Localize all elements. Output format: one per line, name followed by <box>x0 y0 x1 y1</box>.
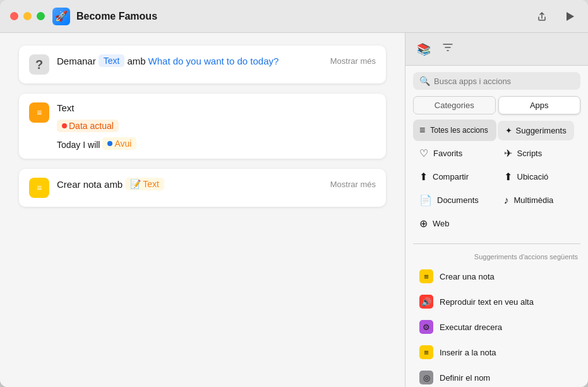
suggestion-crear-nota-label: Crear una nota <box>440 272 495 281</box>
note-card-content: Crear nota amb 📝 Text Mostrar més <box>57 178 376 190</box>
share-icon: ⬆ <box>419 171 428 183</box>
definir-nom-icon: ◎ <box>419 371 433 384</box>
documents-icon: 📄 <box>419 194 432 206</box>
cat-all-actions[interactable]: ≡ Totes les accions <box>413 120 496 141</box>
ask-card-show-more[interactable]: Mostrar més <box>330 56 376 66</box>
note-card-show-more[interactable]: Mostrar més <box>330 180 376 189</box>
library-button[interactable]: 📚 <box>414 39 433 59</box>
traffic-lights <box>10 12 45 20</box>
ask-card-middle: amb <box>127 56 145 66</box>
ask-card: ? Demanar Text amb What do you want to d… <box>19 46 386 83</box>
cat-all-label: Totes les accions <box>430 126 488 135</box>
window-title: Become Famous <box>76 11 534 22</box>
suggestions-header: Suggeriments d'accions següents <box>405 248 588 264</box>
note-card-icon: ≡ <box>29 178 49 198</box>
ask-card-content: Demanar Text amb What do you want to do … <box>57 54 376 67</box>
titlebar: 🚀 Become Famous <box>0 0 588 33</box>
maximize-button[interactable] <box>37 12 45 20</box>
text-card: ≡ Text Data actual Today I will <box>19 94 386 159</box>
cat-share-label: Compartir <box>433 172 469 181</box>
text-card-label: Text <box>57 102 75 113</box>
suggestion-inserir[interactable]: ≡ Inserir a la nota <box>409 340 584 364</box>
main-content: ? Demanar Text amb What do you want to d… <box>0 33 588 387</box>
suggestion-executar[interactable]: ⚙ Executar drecera <box>409 315 584 339</box>
ask-card-tag[interactable]: Text <box>99 54 125 67</box>
suggestion-reproduir-label: Reproduir text en veu alta <box>440 297 534 307</box>
list-icon: ≡ <box>419 125 425 136</box>
text-card-icon: ≡ <box>29 102 49 123</box>
suggestion-crear-nota[interactable]: ≡ Crear una nota <box>409 264 584 288</box>
suggestions-button[interactable]: ✦ Suggeriments <box>498 121 574 140</box>
cat-location-label: Ubicació <box>517 172 549 181</box>
cat-documents-label: Documents <box>437 195 479 205</box>
heart-icon: ♡ <box>419 147 428 159</box>
nota-icon: ≡ <box>419 269 433 283</box>
inserir-icon: ≡ <box>419 345 433 359</box>
ask-card-icon: ? <box>29 54 49 75</box>
text-card-body: Today I will <box>57 140 100 150</box>
ask-card-label: Demanar <box>57 56 96 66</box>
search-bar: 🔍 <box>413 72 580 90</box>
cat-suggestions[interactable]: ✦ Suggeriments <box>498 120 581 141</box>
ask-card-link[interactable]: What do you want to do today? <box>148 56 279 66</box>
executar-icon: ⚙ <box>419 320 433 334</box>
multimedia-icon: ♪ <box>504 195 509 206</box>
text-card-avui[interactable]: Avui <box>102 137 136 150</box>
suggestions-label: Suggeriments <box>516 126 567 135</box>
suggestion-reproduir[interactable]: 🔊 Reproduir text en veu alta <box>409 290 584 314</box>
tab-categories[interactable]: Categories <box>413 96 496 114</box>
suggestion-inserir-label: Inserir a la nota <box>440 348 496 357</box>
cat-web[interactable]: ⊕ Web <box>413 212 496 235</box>
cat-documents[interactable]: 📄 Documents <box>413 189 496 211</box>
scripts-icon: ✈ <box>504 147 512 159</box>
tab-bar: Categories Apps <box>413 96 580 114</box>
search-icon: 🔍 <box>419 76 430 86</box>
minimize-button[interactable] <box>23 12 32 20</box>
right-pane-header: 📚 <box>405 33 588 66</box>
cat-multimedia-label: Multimèdia <box>514 195 554 205</box>
suggestion-definir-nom[interactable]: ◎ Definir el nom <box>409 366 584 387</box>
location-icon: ⬆ <box>504 171 512 183</box>
titlebar-actions <box>534 8 578 25</box>
search-input[interactable] <box>434 77 574 86</box>
suggestion-definir-nom-label: Definir el nom <box>440 373 490 383</box>
suggestions-section: Suggeriments d'accions següents ≡ Crear … <box>405 248 588 387</box>
cat-favorites-label: Favorits <box>433 149 462 158</box>
note-card: ≡ Crear nota amb 📝 Text Mostrar més <box>19 169 386 207</box>
plus-icon: ✦ <box>505 126 512 135</box>
note-card-prefix: Crear nota amb <box>57 179 123 190</box>
main-window: 🚀 Become Famous ? <box>0 0 588 387</box>
reproduir-icon: 🔊 <box>419 295 433 309</box>
text-card-content: Text Data actual Today I will <box>57 102 376 150</box>
filter-button[interactable] <box>440 39 456 59</box>
close-button[interactable] <box>10 12 18 20</box>
cat-multimedia[interactable]: ♪ Multimèdia <box>498 189 581 211</box>
share-button[interactable] <box>534 8 550 25</box>
cat-favorites[interactable]: ♡ Favorits <box>413 142 496 164</box>
cat-scripts[interactable]: ✈ Scripts <box>498 142 581 164</box>
cat-web-label: Web <box>433 219 450 228</box>
text-card-date-tag[interactable]: Data actual <box>57 120 119 132</box>
divider <box>413 243 580 244</box>
note-card-tag[interactable]: 📝 Text <box>125 178 164 190</box>
categories-grid: ≡ Totes les accions ✦ Suggeriments ♡ Fav… <box>405 120 588 235</box>
cat-scripts-label: Scripts <box>517 149 543 158</box>
web-icon: ⊕ <box>419 218 428 230</box>
run-button[interactable] <box>563 8 578 25</box>
tab-apps[interactable]: Apps <box>498 96 581 114</box>
left-pane: ? Demanar Text amb What do you want to d… <box>0 33 405 387</box>
suggestion-executar-label: Executar drecera <box>440 322 502 332</box>
right-pane: 📚 🔍 Categories Apps <box>405 33 588 387</box>
cat-location[interactable]: ⬆ Ubicació <box>498 166 581 188</box>
app-icon: 🚀 <box>52 8 70 25</box>
cat-share[interactable]: ⬆ Compartir <box>413 166 496 188</box>
